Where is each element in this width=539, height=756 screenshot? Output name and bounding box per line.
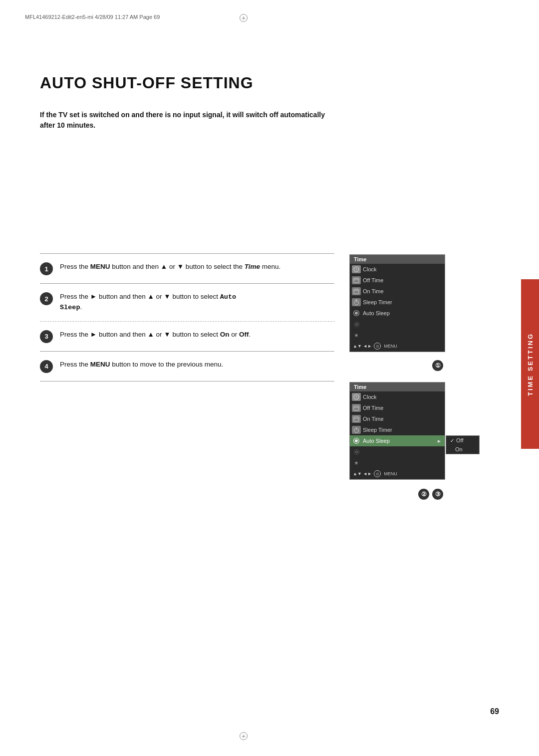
- side-label: TIME SETTING: [521, 279, 539, 449]
- screenshot-label-2: ②: [418, 489, 429, 500]
- menu1-ontime-label: On Time: [363, 288, 384, 294]
- clock2-icon: [352, 393, 361, 401]
- menu1-sleeptimer-label: Sleep Timer: [363, 299, 392, 305]
- calendar-off-icon: [352, 276, 361, 284]
- timer-icon: [352, 298, 361, 306]
- star2-icon: ★: [352, 459, 361, 467]
- screenshot-label-3: ③: [432, 489, 443, 500]
- calendar-on2-icon: [352, 415, 361, 423]
- step-2-circle: 2: [40, 292, 53, 305]
- label-1-container: ①: [349, 360, 443, 371]
- star-icon: ★: [352, 331, 361, 339]
- gear-icon: [352, 320, 361, 328]
- menu1-item-autosleep: Auto Sleep: [350, 308, 445, 319]
- submenu-on: On: [446, 445, 479, 454]
- ok-button-2: ⊙: [374, 470, 381, 477]
- step-1-row: 1 Press the MENU button and then ▲ or ▼ …: [40, 254, 334, 283]
- registration-mark-top: [240, 14, 250, 24]
- menu2-item-offtime: Off Time: [350, 402, 445, 413]
- menu1-item-sleeptimer: Sleep Timer: [350, 297, 445, 308]
- menu2-clock-label: Clock: [363, 394, 377, 400]
- svg-point-28: [355, 439, 358, 442]
- calendar-on-icon: [352, 287, 361, 295]
- gear2-icon: [352, 448, 361, 456]
- screenshot-label-1: ①: [432, 360, 443, 371]
- menu-label-2: MENU: [384, 471, 397, 476]
- step-3-row: 3 Press the ► button and then ▲ or ▼ but…: [40, 322, 334, 351]
- side-label-text: TIME SETTING: [527, 333, 534, 396]
- menu2-autosleep-label: Auto Sleep: [363, 438, 435, 444]
- svg-rect-23: [354, 417, 359, 421]
- svg-point-30: [354, 449, 359, 454]
- menu1-item-clock: Clock: [350, 264, 445, 275]
- menu2-item-sleeptimer: Sleep Timer: [350, 424, 445, 435]
- svg-rect-7: [354, 289, 359, 294]
- step-3-circle: 3: [40, 330, 53, 343]
- page-number: 69: [490, 707, 499, 716]
- svg-line-2: [356, 269, 357, 270]
- menu1-item-offtime: Off Time: [350, 275, 445, 286]
- submenu: ✓ Off On: [446, 435, 480, 454]
- menu-screenshots: Time Clock Off Time On Time: [349, 254, 445, 500]
- menu2-item-autosleep: Auto Sleep ► ✓ Off On: [350, 435, 445, 446]
- page: MFL41469212-Edit2-en5-mi 4/28/09 11:27 A…: [0, 0, 539, 756]
- nav-arrows-1: ▲▼ ◄►: [353, 344, 372, 349]
- menu1-footer: ▲▼ ◄► ⊙ MENU: [350, 341, 445, 352]
- label-23-container: ② ③: [349, 489, 443, 500]
- svg-point-29: [355, 451, 357, 453]
- submenu-arrow: ►: [437, 438, 442, 444]
- step-1-circle: 1: [40, 262, 53, 275]
- menu2-item-clock: Clock: [350, 391, 445, 402]
- divider-4: [40, 381, 334, 381]
- menu2-offtime-label: Off Time: [363, 405, 383, 411]
- menu-screenshot-2: Time Clock Off Time On Time: [349, 382, 445, 480]
- menu1-autosleep-label: Auto Sleep: [363, 310, 390, 316]
- autosleep2-icon: [352, 437, 361, 445]
- menu2-ontime-label: On Time: [363, 416, 384, 422]
- svg-line-20: [356, 397, 357, 397]
- step-4-circle: 4: [40, 360, 53, 373]
- clock-icon: [352, 265, 361, 273]
- step-4-text: Press the MENU button to move to the pre…: [60, 360, 334, 370]
- menu1-clock-label: Clock: [363, 266, 377, 272]
- menu2-item-ontime: On Time: [350, 413, 445, 424]
- menu2-item-star: ★: [350, 457, 445, 468]
- nav-arrows-2: ▲▼ ◄►: [353, 471, 372, 476]
- autosleep-icon: [352, 309, 361, 317]
- menu2-title: Time: [350, 382, 445, 391]
- menu2-sleeptimer-label: Sleep Timer: [363, 427, 392, 433]
- steps-section: 1 Press the MENU button and then ▲ or ▼ …: [40, 253, 334, 381]
- registration-mark-bottom: [240, 732, 250, 742]
- checkmark: ✓: [450, 438, 454, 443]
- submenu-off: ✓ Off: [446, 436, 479, 445]
- step-3-text: Press the ► button and then ▲ or ▼ butto…: [60, 330, 334, 340]
- menu1-item-ontime: On Time: [350, 286, 445, 297]
- svg-rect-3: [354, 278, 359, 283]
- menu-label-1: MENU: [384, 344, 397, 349]
- step-2-text: Press the ► button and then ▲ or ▼ butto…: [60, 292, 334, 313]
- off-label: Off: [456, 437, 463, 443]
- calendar-off2-icon: [352, 404, 361, 412]
- menu1-offtime-label: Off Time: [363, 277, 383, 283]
- step-2-row: 2 Press the ► button and then ▲ or ▼ but…: [40, 284, 334, 321]
- timer2-icon: [352, 426, 361, 434]
- svg-point-16: [355, 323, 357, 325]
- svg-point-17: [354, 322, 359, 327]
- page-title: AUTO SHUT-OFF SETTING: [40, 74, 254, 92]
- step-4-row: 4 Press the MENU button to move to the p…: [40, 352, 334, 381]
- step-1-text: Press the MENU button and then ▲ or ▼ bu…: [60, 262, 334, 272]
- svg-rect-21: [354, 406, 359, 410]
- menu-screenshot-1: Time Clock Off Time On Time: [349, 254, 445, 352]
- header-meta: MFL41469212-Edit2-en5-mi 4/28/09 11:27 A…: [25, 14, 160, 20]
- menu2-footer: ▲▼ ◄► ⊙ MENU: [350, 468, 445, 479]
- menu1-item-icon1: [350, 319, 445, 330]
- menu1-item-star: ★: [350, 330, 445, 341]
- svg-point-15: [355, 312, 358, 315]
- subtitle: If the TV set is switched on and there i…: [40, 110, 339, 131]
- on-label: On: [455, 446, 463, 452]
- menu2-item-gear: [350, 446, 445, 457]
- ok-button-1: ⊙: [374, 343, 381, 350]
- menu1-title: Time: [350, 255, 445, 264]
